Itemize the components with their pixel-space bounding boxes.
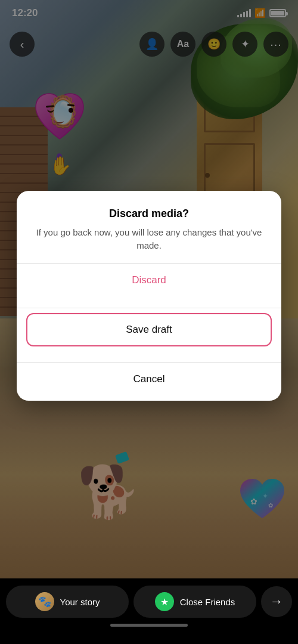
your-story-label: Your story [60,597,100,607]
home-indicator [110,624,188,627]
close-friends-icon: ★ [155,592,174,611]
modal-title: Discard media? [31,208,267,220]
save-draft-button[interactable]: Save draft [26,313,272,346]
discard-button[interactable]: Discard [17,264,281,297]
send-icon: → [270,594,283,609]
discard-media-modal: Discard media? If you go back now, you w… [17,191,281,401]
your-story-button[interactable]: 🐾 Your story [6,586,129,618]
modal-description: If you go back now, you will lose any ch… [31,226,267,252]
close-friends-button[interactable]: ★ Close Friends [134,586,256,618]
send-button[interactable]: → [261,586,292,617]
close-friends-label: Close Friends [180,597,235,607]
bottom-action-bar: 🐾 Your story ★ Close Friends → [0,578,298,644]
cancel-button[interactable]: Cancel [17,363,281,396]
bottom-actions-row: 🐾 Your story ★ Close Friends → [0,578,298,618]
user-avatar: 🐾 [35,592,54,611]
save-draft-wrapper: Save draft [17,308,281,351]
